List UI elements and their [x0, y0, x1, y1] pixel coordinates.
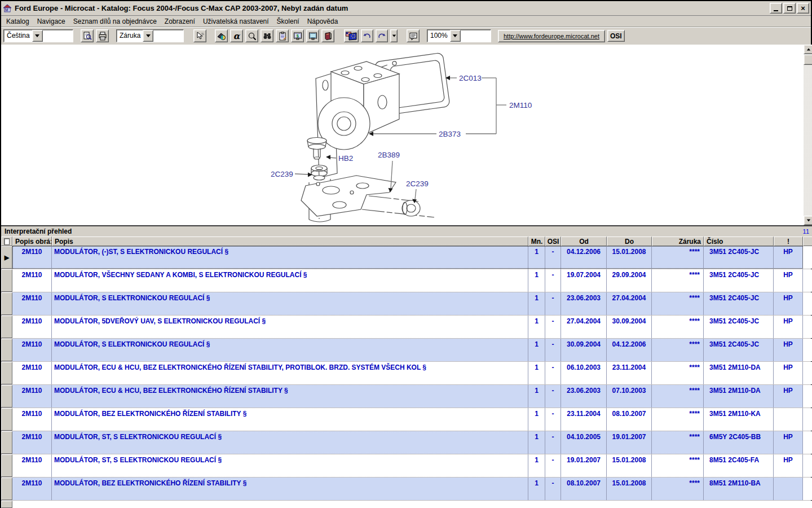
menu-navigace[interactable]: Navigace — [33, 16, 69, 27]
microcat-link-button[interactable]: http://www.fordeurope.microcat.net — [498, 30, 605, 42]
cell-popis-obra: 2M110 — [12, 408, 52, 431]
redo-button[interactable] — [376, 29, 388, 42]
cell-popis: MODULÁTOR, ECU & HCU, BEZ ELEKTRONICKÉHO… — [52, 362, 528, 384]
undo-button[interactable] — [361, 29, 373, 42]
header-zaruka[interactable]: Záruka — [652, 237, 704, 246]
row-selector[interactable] — [1, 454, 12, 477]
cell-zaruka: **** — [652, 385, 704, 408]
print-button[interactable] — [96, 29, 109, 42]
cell-end-spacer — [803, 269, 812, 292]
menu-zobrazeni[interactable]: Zobrazení — [161, 16, 199, 27]
menu-skoleni[interactable]: Školení — [273, 16, 303, 27]
osi-button[interactable]: OSI — [607, 30, 625, 42]
cell-end-spacer — [803, 478, 812, 500]
menu-seznam-dilu[interactable]: Seznam dílů na objednávce — [69, 16, 161, 27]
alpha-index-button[interactable]: α — [230, 29, 243, 42]
find-button[interactable] — [261, 29, 273, 42]
table-header: Popis obrá: Popis Mn. OSI Od Do Záruka Č… — [1, 237, 812, 246]
cell-do: 15.01.2008 — [607, 454, 652, 477]
row-selector[interactable] — [1, 316, 12, 338]
header-end-spacer — [803, 237, 812, 246]
warranty-select[interactable]: Záruka — [116, 29, 184, 42]
menu-katalog[interactable]: Katalog — [2, 16, 33, 27]
header-flag[interactable]: ! — [774, 237, 803, 246]
header-select-all[interactable] — [1, 237, 12, 246]
header-popis-obra[interactable]: Popis obrá: — [12, 237, 52, 246]
table-row[interactable]: 2M110 MODULÁTOR, ST, S ELEKTRONICKOU REG… — [1, 431, 812, 454]
bottom-gutter-cell — [1, 501, 12, 508]
cell-cislo: 8M51 2M110-BA — [704, 478, 774, 500]
menu-uzivatelska-nastaveni[interactable]: Uživatelská nastavení — [199, 16, 273, 27]
row-selector[interactable] — [1, 385, 12, 408]
cell-mn: 1 — [528, 339, 545, 361]
close-button[interactable]: × — [797, 3, 809, 14]
cell-cislo: 3M51 2C405-JC — [704, 339, 774, 361]
cell-od: 06.10.2003 — [561, 362, 607, 384]
zoom-level-select[interactable]: 100% — [427, 29, 491, 42]
zoom-level-value: 100% — [427, 30, 450, 42]
scrollbar-thumb[interactable] — [804, 54, 812, 65]
row-selector[interactable] — [1, 362, 12, 384]
zoom-button[interactable] — [245, 29, 258, 42]
screen-button[interactable] — [306, 29, 319, 42]
menu-napoveda[interactable]: Nápověda — [303, 16, 342, 27]
language-select-arrow[interactable] — [32, 30, 43, 42]
scroll-down-button[interactable] — [804, 216, 812, 225]
row-selector[interactable] — [1, 292, 12, 315]
redo-dropdown-button[interactable] — [390, 29, 398, 42]
table-row[interactable]: 2M110 MODULÁTOR, S ELEKTRONICKOU REGULAC… — [1, 292, 812, 316]
header-osi[interactable]: OSI — [545, 237, 561, 246]
row-selector[interactable] — [1, 269, 12, 292]
pointer-select-button[interactable] — [193, 29, 206, 42]
cell-od: 19.07.2004 — [561, 269, 607, 292]
vertical-scrollbar[interactable] — [804, 45, 812, 225]
book-button[interactable] — [321, 29, 334, 42]
note-button[interactable] — [407, 29, 420, 42]
table-row[interactable]: 2M110 MODULÁTOR, VŠECHNY SEDANY A KOMBI,… — [1, 269, 812, 292]
table-row[interactable]: ▶ 2M110 MODULÁTOR, (-)ST, S ELEKTRONICKO… — [1, 246, 812, 269]
table-row[interactable]: 2M110 MODULÁTOR, BEZ ELEKTRONICKÉHO ŘÍZE… — [1, 478, 812, 501]
header-popis[interactable]: Popis — [52, 237, 528, 246]
parts-button[interactable] — [215, 29, 228, 42]
print-preview-button[interactable] — [81, 29, 94, 42]
minimize-button[interactable] — [770, 3, 782, 14]
cell-flag: HP — [774, 454, 803, 477]
scroll-up-button[interactable] — [804, 45, 812, 54]
row-selector[interactable] — [1, 339, 12, 361]
header-mn[interactable]: Mn. — [528, 237, 545, 246]
book-icon — [324, 32, 333, 41]
callout-2C239-right: 2C239 — [406, 179, 429, 188]
header-do[interactable]: Do — [607, 237, 652, 246]
table-row[interactable]: 2M110 MODULÁTOR, ECU & HCU, BEZ ELEKTRON… — [1, 385, 812, 408]
callout-2C013: 2C013 — [459, 74, 482, 82]
select-all-checkbox[interactable] — [4, 238, 10, 245]
cell-od: 27.04.2004 — [561, 316, 607, 338]
language-select[interactable]: Čeština — [3, 29, 73, 42]
row-selector[interactable] — [1, 478, 12, 500]
price-button[interactable]: $ — [291, 29, 304, 42]
row-selector[interactable]: ▶ — [1, 246, 12, 269]
zoom-level-arrow[interactable] — [450, 30, 461, 42]
row-selector[interactable] — [1, 408, 12, 431]
table-row[interactable]: 2M110 MODULÁTOR, S ELEKTRONICKOU REGULAC… — [1, 339, 812, 362]
cell-od: 23.06.2003 — [561, 385, 607, 408]
header-cislo[interactable]: Číslo — [704, 237, 774, 246]
maximize-button[interactable] — [783, 3, 796, 14]
cell-cislo: 3M51 2M110-DA — [704, 362, 774, 384]
table-row[interactable]: 2M110 MODULÁTOR, ST, S ELEKTRONICKOU REG… — [1, 454, 812, 478]
table-row[interactable]: 2M110 MODULÁTOR, BEZ ELEKTRONICKÉHO ŘÍZE… — [1, 408, 812, 431]
cell-od: 08.10.2007 — [561, 478, 607, 500]
warranty-select-arrow[interactable] — [143, 30, 153, 42]
header-od[interactable]: Od — [561, 237, 607, 246]
cell-mn: 1 — [528, 454, 545, 477]
cell-zaruka: **** — [652, 408, 704, 431]
market-flags-button[interactable] — [344, 29, 359, 42]
cell-do: 07.10.2003 — [607, 385, 652, 408]
row-selector[interactable] — [1, 431, 12, 454]
parts-list-button[interactable] — [276, 29, 289, 42]
cell-flag: HP — [774, 292, 803, 315]
cell-popis: MODULÁTOR, S ELEKTRONICKOU REGULACÍ § — [52, 292, 528, 315]
table-row[interactable]: 2M110 MODULÁTOR, 5DVEŘOVÝ UAV, S ELEKTRO… — [1, 316, 812, 339]
cell-popis-obra: 2M110 — [12, 454, 52, 477]
table-row[interactable]: 2M110 MODULÁTOR, ECU & HCU, BEZ ELEKTRON… — [1, 362, 812, 385]
